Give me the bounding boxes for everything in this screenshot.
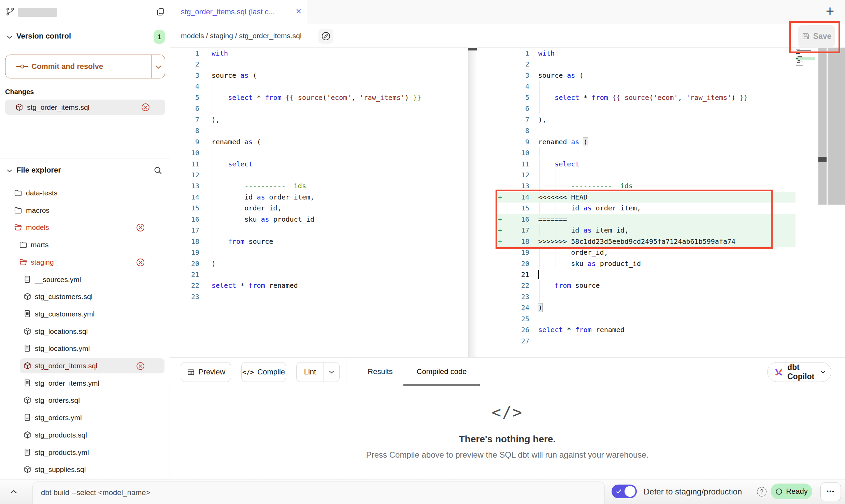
- save-floppy-icon: [801, 32, 810, 41]
- file-item[interactable]: __sources.yml: [0, 272, 170, 287]
- editor-scrollbar-track[interactable]: [828, 48, 845, 205]
- minimap-slider[interactable]: [818, 48, 827, 205]
- file-item[interactable]: stg_locations.yml: [0, 341, 170, 356]
- help-icon[interactable]: ?: [757, 487, 767, 496]
- command-input[interactable]: dbt build --select <model_name>: [32, 481, 605, 504]
- tab-stg-order-items[interactable]: stg_order_items.sql (last c... ×: [170, 0, 307, 24]
- discard-change-icon[interactable]: [136, 361, 145, 371]
- file-item[interactable]: stg_order_items.yml: [0, 376, 170, 391]
- code-line: 26select * from renamed: [496, 324, 796, 335]
- dbt-copilot-button[interactable]: dbt Copilot: [767, 362, 831, 382]
- command-placeholder: dbt build --select <model_name>: [41, 482, 150, 504]
- doc-icon: [23, 310, 31, 318]
- breadcrumb[interactable]: models / staging / stg_order_items.sql: [181, 24, 302, 47]
- code-line: 10: [170, 147, 468, 158]
- file-item-label: marts: [31, 237, 49, 252]
- file-item[interactable]: stg_orders.yml: [0, 410, 170, 425]
- code-line: 3source as (: [496, 70, 796, 81]
- folder-icon: [19, 240, 28, 249]
- file-item[interactable]: stg_supplies.sql: [0, 462, 170, 477]
- code-line: 14 id as order_item,: [170, 192, 468, 203]
- code-line: 8: [170, 125, 468, 136]
- file-item-label: macros: [26, 203, 49, 218]
- file-item-label: stg_supplies.sql: [35, 462, 86, 477]
- file-item[interactable]: data-tests: [0, 186, 170, 201]
- code-line: 13 ---------- ids: [496, 180, 796, 191]
- doc-icon: [23, 275, 31, 283]
- code-line: 7),: [170, 114, 468, 125]
- file-item[interactable]: stg_customers.yml: [0, 307, 170, 322]
- editor-tabbar: stg_order_items.sql (last c... × +: [170, 0, 845, 24]
- code-line: 10: [496, 147, 796, 158]
- code-line: +16=======: [496, 214, 796, 225]
- code-line: 20 sku as product_id: [496, 258, 796, 269]
- dbt-cloud-ide: Version control 1 Commit and resolve Cha…: [0, 0, 845, 504]
- code-line: 12: [496, 169, 796, 180]
- discard-change-icon[interactable]: [136, 223, 145, 232]
- save-button[interactable]: Save: [798, 25, 835, 47]
- file-item-label: stg_products.sql: [35, 428, 87, 443]
- code-line: 15 id as order_item,: [496, 203, 796, 213]
- file-item-label: stg_locations.sql: [35, 324, 88, 339]
- file-item[interactable]: models: [0, 220, 170, 235]
- minimap[interactable]: [796, 48, 816, 72]
- lineage-compass-button[interactable]: [318, 29, 333, 44]
- file-item[interactable]: stg_products.yml: [0, 445, 170, 460]
- file-item[interactable]: stg_customers.sql: [0, 289, 170, 304]
- code-line: 1with: [496, 48, 796, 59]
- toggle-knob: [625, 486, 635, 497]
- file-item[interactable]: marts: [0, 237, 170, 252]
- preview-button[interactable]: Preview: [181, 362, 231, 382]
- tab-compiled-code[interactable]: Compiled code: [403, 358, 480, 386]
- file-item[interactable]: macros: [0, 203, 170, 218]
- left-pane-scrollbar-thumb[interactable]: [468, 48, 477, 50]
- copilot-dropdown-chevron-icon: [820, 370, 826, 374]
- doc-icon: [23, 413, 31, 421]
- model-icon: [23, 292, 32, 301]
- empty-state-title: There's nothing here.: [170, 434, 845, 445]
- code-line: 12: [170, 169, 468, 180]
- folder-open-icon: [14, 223, 23, 232]
- file-item-label: __sources.yml: [35, 272, 81, 287]
- file-item[interactable]: stg_products.sql: [0, 428, 170, 443]
- lint-dropdown-chevron-icon[interactable]: [324, 370, 339, 374]
- lint-label: Lint: [297, 368, 324, 376]
- discard-change-icon[interactable]: [136, 258, 145, 267]
- file-item-label: stg_orders.sql: [35, 393, 80, 408]
- editor-pane-working[interactable]: 1with23source as (45 select * from {{ so…: [469, 48, 845, 357]
- breadcrumb-bar: models / staging / stg_order_items.sql: [170, 24, 845, 48]
- ready-status-badge: Ready: [771, 484, 812, 499]
- new-tab-button[interactable]: +: [820, 0, 840, 24]
- file-item[interactable]: stg_order_items.sql: [0, 358, 170, 373]
- tab-close-icon[interactable]: ×: [296, 0, 301, 24]
- code-line: 11 select: [170, 159, 468, 169]
- code-line: 25: [496, 313, 796, 324]
- more-options-button[interactable]: •••: [820, 482, 841, 501]
- file-item[interactable]: staging: [0, 255, 170, 270]
- tab-results[interactable]: Results: [367, 358, 394, 386]
- editor-pane-original[interactable]: 1with23source as (45 select * from {{ so…: [170, 48, 469, 357]
- code-line: 2: [170, 59, 468, 70]
- code-line: 23: [496, 291, 796, 302]
- code-line: 23: [170, 291, 468, 302]
- compile-label: Compile: [257, 368, 285, 376]
- results-toolbar: Preview </> Compile Lint Results Compile…: [170, 358, 845, 386]
- editor-scrollbar-thumb[interactable]: [818, 157, 827, 162]
- expand-command-bar-button[interactable]: [6, 484, 21, 500]
- code-line: 20): [170, 258, 468, 269]
- code-line: 19: [170, 247, 468, 258]
- compile-button[interactable]: </> Compile: [241, 362, 286, 382]
- file-item[interactable]: stg_locations.sql: [0, 324, 170, 339]
- code-line: +14<<<<<<< HEAD: [496, 192, 796, 203]
- file-item-label: data-tests: [26, 186, 57, 201]
- file-item[interactable]: stg_orders.sql: [0, 393, 170, 408]
- code-line: +17 id as item_id,: [496, 225, 796, 236]
- defer-toggle[interactable]: [612, 485, 637, 498]
- file-item-label: models: [26, 220, 49, 235]
- dbt-copilot-label: dbt Copilot: [787, 363, 817, 381]
- dbt-copilot-logo-icon: [774, 367, 784, 377]
- folder-icon: [14, 189, 23, 197]
- lint-button[interactable]: Lint: [296, 362, 340, 382]
- file-item-label: stg_customers.yml: [35, 307, 95, 322]
- folder-open-icon: [19, 258, 28, 267]
